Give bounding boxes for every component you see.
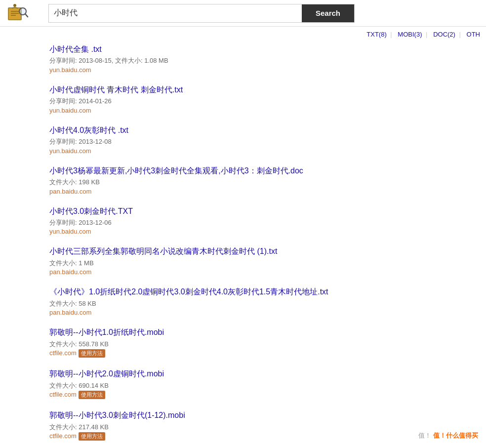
result-source-6: pan.baidu.com [49,309,437,316]
result-meta-1: 分享时间: 2014-01-26 [49,96,437,106]
result-item: 小时代全集 .txt分享时间: 2013-08-15, 文件大小: 1.08 M… [49,44,437,74]
result-title-5[interactable]: 小时代三部系列全集郭敬明同名小说改编青木时代刺金时代 (1).txt [49,246,437,257]
search-input[interactable] [49,4,302,22]
source-link-3[interactable]: pan.baidu.com [49,188,91,195]
filter-bar: TXT(8) | MOBI(3) | DOC(2) | OTH [0,27,486,40]
result-meta-7: 文件大小: 558.78 KB [49,339,437,349]
svg-line-6 [25,14,28,17]
result-badge-8[interactable]: 使用方法 [79,391,105,399]
watermark-brand: 值！什么值得买 [433,431,478,440]
result-title-6[interactable]: 《小时代》1.0折纸时代2.0虚铜时代3.0刺金时代4.0灰彰时代1.5青木时代… [49,286,437,297]
result-meta-5: 文件大小: 1 MB [49,258,437,268]
result-meta-3: 文件大小: 198 KB [49,177,437,187]
search-button[interactable]: Search [302,4,354,22]
search-bar: Search [48,4,355,23]
result-title-4[interactable]: 小时代3.0刺金时代.TXT [49,206,437,217]
separator-1: | [390,31,392,38]
logo-area [6,3,40,23]
result-item: 小时代三部系列全集郭敬明同名小说改编青木时代刺金时代 (1).txt文件大小: … [49,246,437,276]
result-source-8: ctfile.com使用方法 [49,391,437,399]
result-meta-0: 分享时间: 2013-08-15, 文件大小: 1.08 MB [49,56,437,66]
footer-watermark: 值！ 值！什么值得买 [418,431,478,440]
result-meta-6: 文件大小: 58 KB [49,299,437,309]
source-link-6[interactable]: pan.baidu.com [49,309,91,316]
result-source-4: yun.baidu.com [49,228,437,235]
result-title-9[interactable]: 郭敬明--小时代3.0刺金时代(1-12).mobi [49,410,437,421]
result-item: 郭敬明--小时代3.0刺金时代(1-12).mobi文件大小: 217.48 K… [49,410,437,441]
svg-rect-1 [9,8,21,19]
result-item: 小时代4.0灰彰时代 .txt分享时间: 2013-12-08yun.baidu… [49,125,437,155]
result-meta-8: 文件大小: 690.14 KB [49,381,437,391]
result-badge-7[interactable]: 使用方法 [79,349,105,358]
svg-point-7 [13,4,16,7]
source-link-7[interactable]: ctfile.com [49,349,77,357]
result-meta-9: 文件大小: 217.48 KB [49,422,437,432]
filter-txt[interactable]: TXT(8) [366,31,386,38]
separator-2: | [426,31,427,38]
result-meta-2: 分享时间: 2013-12-08 [49,137,437,147]
result-item: 小时代3.0刺金时代.TXT分享时间: 2013-12-06yun.baidu.… [49,206,437,236]
result-source-2: yun.baidu.com [49,147,437,155]
separator-3: | [459,31,461,38]
result-title-2[interactable]: 小时代4.0灰彰时代 .txt [49,125,437,136]
filter-mobi[interactable]: MOBI(3) [398,31,422,38]
result-source-0: yun.baidu.com [49,66,437,74]
source-link-0[interactable]: yun.baidu.com [49,66,91,74]
filter-doc[interactable]: DOC(2) [433,31,455,38]
result-title-3[interactable]: 小时代3杨幂最新更新,小时代3刺金时代全集观看,小时代3：刺金时代.doc [49,165,437,176]
source-link-1[interactable]: yun.baidu.com [49,107,91,114]
result-item: 小时代3杨幂最新更新,小时代3刺金时代全集观看,小时代3：刺金时代.doc文件大… [49,165,437,195]
result-badge-9[interactable]: 使用方法 [79,432,105,441]
result-title-0[interactable]: 小时代全集 .txt [49,44,437,55]
result-item: 《小时代》1.0折纸时代2.0虚铜时代3.0刺金时代4.0灰彰时代1.5青木时代… [49,286,437,316]
result-source-3: pan.baidu.com [49,188,437,195]
source-link-9[interactable]: ctfile.com [49,432,77,440]
source-link-2[interactable]: yun.baidu.com [49,147,91,155]
logo-icon [6,3,30,23]
result-item: 小时代虚铜时代 青木时代 刺金时代.txt分享时间: 2014-01-26yun… [49,84,437,114]
source-link-4[interactable]: yun.baidu.com [49,228,91,235]
result-source-5: pan.baidu.com [49,268,437,276]
source-link-5[interactable]: pan.baidu.com [49,268,91,276]
results-area: 小时代全集 .txt分享时间: 2013-08-15, 文件大小: 1.08 M… [0,40,486,448]
watermark-icon: 值！ [418,431,431,440]
result-title-7[interactable]: 郭敬明--小时代1.0折纸时代.mobi [49,327,437,338]
result-source-7: ctfile.com使用方法 [49,349,437,358]
result-meta-4: 分享时间: 2013-12-06 [49,218,437,228]
result-item: 郭敬明--小时代1.0折纸时代.mobi文件大小: 558.78 KBctfil… [49,327,437,358]
result-item: 郭敬明--小时代2.0虚铜时代.mobi文件大小: 690.14 KBctfil… [49,368,437,399]
filter-other[interactable]: OTH [467,31,480,38]
result-source-9: ctfile.com使用方法 [49,432,437,441]
header: Search [0,0,486,27]
result-title-8[interactable]: 郭敬明--小时代2.0虚铜时代.mobi [49,368,437,379]
result-source-1: yun.baidu.com [49,107,437,114]
result-title-1[interactable]: 小时代虚铜时代 青木时代 刺金时代.txt [49,84,437,95]
source-link-8[interactable]: ctfile.com [49,391,77,398]
